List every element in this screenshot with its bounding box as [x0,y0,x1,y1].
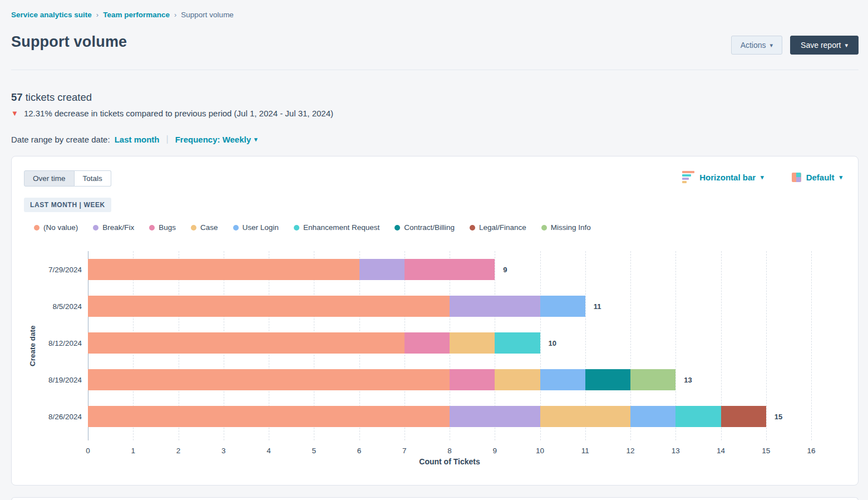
bar-segment[interactable] [721,406,766,427]
legend-item[interactable]: Enhancement Request [294,223,379,232]
chevron-down-icon: ▾ [845,42,848,48]
frequency-dropdown[interactable]: Frequency: Weekly ▾ [175,135,258,144]
x-tick-label: 16 [807,447,815,455]
x-tick-label: 10 [536,447,544,455]
legend-dot [191,225,196,231]
bar-segment[interactable] [88,259,359,280]
color-theme-swatch-icon [792,173,801,182]
y-axis-category-label: 8/26/2024 [48,398,82,435]
x-tick-label: 11 [581,447,589,455]
legend-label: Bugs [159,223,176,232]
bar-row: 8/5/202411 [88,288,811,325]
horizontal-bar-chart-icon [682,171,694,183]
bar-segment[interactable] [450,296,540,317]
bar-total-label: 11 [594,296,601,317]
legend-dot [34,225,40,231]
y-axis-category-label: 8/12/2024 [48,325,82,361]
chevron-down-icon: ▾ [839,174,842,180]
bar-segment[interactable] [630,369,675,390]
color-theme-label: Default [806,173,835,182]
tab-totals[interactable]: Totals [75,170,111,187]
page-title: Support volume [11,33,127,51]
tickets-count: 57 [11,91,23,103]
grid-line [811,251,812,440]
y-axis-category-label: 8/5/2024 [52,288,82,325]
chevron-down-icon: ▾ [770,42,773,48]
breadcrumb-link-team-performance[interactable]: Team performance [103,11,170,19]
legend-item[interactable]: Missing Info [541,223,591,232]
breadcrumb-separator: › [96,11,98,19]
legend-label: User Login [243,223,279,232]
legend-dot [394,225,400,231]
bar-segment[interactable] [359,259,405,280]
bar-segment[interactable] [88,369,450,390]
bar-segment[interactable] [450,369,495,390]
bar-row: 8/12/202410 [88,325,811,361]
bar-segment[interactable] [495,369,540,390]
tickets-count-suffix: tickets created [23,91,92,103]
legend-item[interactable]: Legal/Finance [470,223,526,232]
x-tick-label: 4 [267,447,271,455]
frequency-dropdown-label: Frequency: Weekly [175,135,251,144]
x-tick-label: 2 [176,447,181,455]
bar-segment[interactable] [585,369,630,390]
header-buttons: Actions ▾ Save report ▾ [731,36,859,55]
header-divider [11,70,859,70]
color-theme-dropdown[interactable]: Default ▾ [792,173,842,182]
filter-divider: | [164,134,170,144]
legend-item[interactable]: Case [191,223,218,232]
x-tick-label: 3 [221,447,226,455]
bar-segment[interactable] [405,259,495,280]
legend-item[interactable]: User Login [233,223,279,232]
actions-button[interactable]: Actions ▾ [731,36,782,55]
breadcrumb-current-page: Support volume [181,11,234,19]
x-tick-label: 15 [762,447,770,455]
bar-segment[interactable] [540,369,585,390]
bar-stack: 9 [88,259,811,280]
breadcrumb: Service analytics suite › Team performan… [11,11,234,19]
legend-label: Enhancement Request [303,223,379,232]
legend-item[interactable]: Contract/Billing [394,223,455,232]
change-vs-previous-period: ▼ 12.31% decrease in tickets compared to… [11,109,333,118]
x-axis-title: Count of Tickets [88,457,811,466]
x-tick-label: 12 [626,447,634,455]
legend-label: Break/Fix [102,223,134,232]
bar-stack: 11 [88,296,811,317]
chart-legend: (No value)Break/FixBugsCaseUser LoginEnh… [34,223,591,232]
date-range-label: Date range by create date: [11,135,110,144]
bar-segment[interactable] [630,406,675,427]
legend-dot [294,225,299,231]
legend-label: (No value) [43,223,78,232]
chevron-down-icon: ▾ [254,136,258,143]
y-axis-category-label: 7/29/2024 [48,251,82,288]
breadcrumb-link-service-analytics-suite[interactable]: Service analytics suite [11,11,92,19]
bar-segment[interactable] [88,406,450,427]
date-range-value-link[interactable]: Last month [115,135,160,144]
bar-row: 7/29/20249 [88,251,811,288]
save-report-button-label: Save report [801,41,841,50]
date-range-badge: LAST MONTH | WEEK [24,198,111,212]
bar-segment[interactable] [540,406,631,427]
bar-segment[interactable] [450,332,495,354]
legend-item[interactable]: Break/Fix [93,223,134,232]
bar-stack: 13 [88,369,811,390]
plot-area: 0123456789101112131415167/29/202498/5/20… [88,251,811,440]
bar-segment[interactable] [540,296,585,317]
bar-segment[interactable] [675,406,721,427]
legend-item[interactable]: (No value) [34,223,78,232]
chart-type-dropdown[interactable]: Horizontal bar ▾ [682,171,763,183]
x-tick-label: 9 [492,447,497,455]
bar-segment[interactable] [405,332,450,354]
tab-over-time[interactable]: Over time [24,170,75,187]
bar-segment[interactable] [450,406,540,427]
bar-segment[interactable] [495,332,540,354]
legend-dot [470,225,475,231]
bar-segment[interactable] [88,332,405,354]
x-tick-label: 6 [357,447,362,455]
report-card: Over time Totals Horizontal bar ▾ Defaul… [11,156,859,486]
bar-segment[interactable] [88,296,450,317]
save-report-button[interactable]: Save report ▾ [790,36,859,55]
legend-item[interactable]: Bugs [149,223,176,232]
bar-total-label: 13 [684,369,692,390]
chevron-down-icon: ▾ [761,174,764,180]
